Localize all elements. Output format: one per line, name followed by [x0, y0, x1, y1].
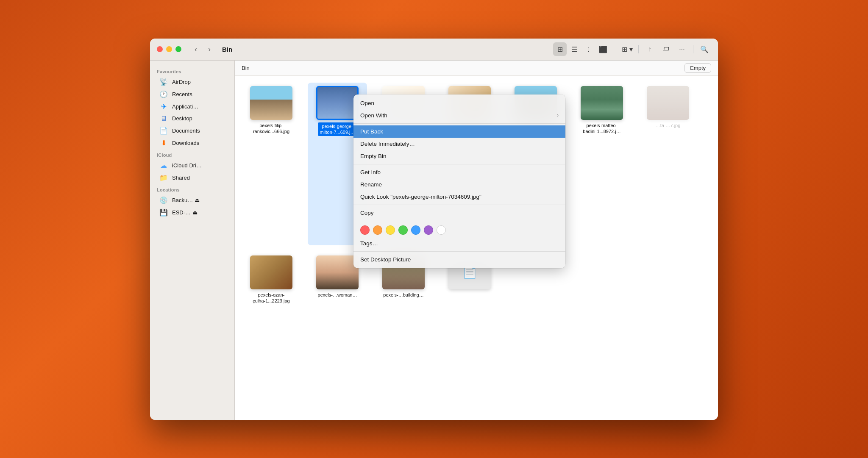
close-button[interactable]	[157, 46, 163, 52]
ctx-put-back[interactable]: Put Back	[353, 125, 565, 138]
file-item-9[interactable]: pexels-…woman…	[308, 252, 367, 413]
ctx-open[interactable]: Open	[353, 97, 565, 109]
ctx-delete[interactable]: Delete Immediately…	[353, 138, 565, 150]
search-button[interactable]: 🔍	[698, 42, 711, 56]
ctx-empty-bin-label: Empty Bin	[360, 153, 387, 159]
shared-icon: 📁	[159, 174, 168, 182]
file-thumb-2	[316, 86, 359, 120]
ctx-quick-look[interactable]: Quick Look "pexels-george-milton-7034609…	[353, 191, 565, 203]
ctx-empty-bin[interactable]: Empty Bin	[353, 150, 565, 162]
ctx-separator-1	[353, 123, 565, 124]
sidebar-item-airdrop[interactable]: 📡 AirDrop	[153, 76, 232, 88]
sidebar-item-label-documents: Documents	[172, 128, 200, 134]
file-label-8: pexels-ozan-çulha-1...2223.jpg	[253, 292, 289, 304]
ctx-copy[interactable]: Copy	[353, 207, 565, 219]
file-item-10[interactable]: pexels-…building…	[374, 252, 433, 413]
nav-buttons: ‹ ›	[190, 43, 215, 55]
file-item-6[interactable]: pexels-matteo-badini-1...8972.j…	[572, 83, 632, 245]
color-dot-none[interactable]	[437, 225, 446, 235]
tag-button[interactable]: 🏷	[659, 42, 673, 56]
toolbar-separator-1	[616, 45, 616, 53]
file-label-7: …ta-…7.jpg	[656, 122, 681, 128]
ctx-separator-2	[353, 164, 565, 164]
color-dot-purple[interactable]	[424, 225, 433, 235]
sidebar-section-favourites: Favourites	[150, 66, 234, 76]
sidebar-item-applications[interactable]: ✈ Applicati…	[153, 100, 232, 113]
file-label-6: pexels-matteo-badini-1...8972.j…	[583, 122, 620, 135]
sidebar-item-desktop[interactable]: 🖥 Desktop	[153, 113, 232, 125]
file-label-1: pexels-filip-rankovic...666.jpg	[253, 122, 289, 135]
ctx-quick-look-label: Quick Look "pexels-george-milton-7034609…	[360, 194, 481, 200]
sidebar: Favourites 📡 AirDrop 🕐 Recents ✈ Applica…	[150, 61, 235, 420]
color-dot-red[interactable]	[360, 225, 370, 235]
recents-icon: 🕐	[159, 90, 168, 98]
sidebar-item-documents[interactable]: 📄 Documents	[153, 125, 232, 137]
ctx-get-info-label: Get Info	[360, 169, 381, 175]
color-dot-yellow[interactable]	[386, 225, 395, 235]
forward-button[interactable]: ›	[203, 43, 215, 55]
ctx-set-desktop[interactable]: Set Desktop Picture	[353, 253, 565, 266]
ctx-put-back-label: Put Back	[360, 128, 383, 135]
ctx-open-with-label: Open With	[360, 112, 387, 119]
sidebar-item-esd[interactable]: 💾 ESD-… ⏏	[153, 206, 232, 219]
minimize-button[interactable]	[166, 46, 172, 52]
more-button[interactable]: ···	[675, 42, 689, 56]
esd-icon: 💾	[159, 208, 168, 217]
ctx-separator-4	[353, 221, 565, 221]
toolbar-right: ⊞ ☰ ⫿ ⬛ ⊞ ▾ ↑ 🏷 ··· 🔍	[553, 42, 711, 56]
sidebar-item-label-recents: Recents	[172, 91, 192, 97]
ctx-set-desktop-label: Set Desktop Picture	[360, 256, 411, 263]
ctx-separator-5	[353, 251, 565, 252]
ctx-open-label: Open	[360, 100, 374, 106]
color-dot-green[interactable]	[398, 225, 408, 235]
file-label-2: pexels-george-milton-7...609.j…	[318, 122, 356, 136]
file-thumb-7	[647, 86, 689, 120]
fullscreen-button[interactable]	[175, 46, 181, 52]
share-button[interactable]: ↑	[643, 42, 657, 56]
finder-window: ‹ › Bin ⊞ ☰ ⫿ ⬛ ⊞ ▾ ↑ 🏷 ··· 🔍 Favourites	[150, 39, 718, 420]
ctx-rename[interactable]: Rename	[353, 178, 565, 191]
sidebar-item-downloads[interactable]: ⬇ Downloads	[153, 137, 232, 149]
sidebar-item-label-downloads: Downloads	[172, 140, 199, 146]
sidebar-item-icloud-drive[interactable]: ☁ iCloud Dri…	[153, 159, 232, 172]
file-thumb-1	[250, 86, 292, 120]
file-item-7[interactable]: …ta-…7.jpg	[638, 83, 698, 245]
ctx-open-with[interactable]: Open With ›	[353, 109, 565, 122]
group-button[interactable]: ⊞ ▾	[620, 42, 634, 56]
view-grid-button[interactable]: ⊞	[553, 42, 567, 56]
sidebar-item-label-icloud: iCloud Dri…	[172, 162, 202, 169]
color-dot-blue[interactable]	[411, 225, 420, 235]
icloud-icon: ☁	[159, 161, 168, 169]
color-dot-orange[interactable]	[373, 225, 382, 235]
ctx-color-dots	[353, 223, 565, 237]
sidebar-section-locations: Locations	[150, 184, 234, 194]
sidebar-item-backup[interactable]: 💿 Backu… ⏏	[153, 194, 232, 206]
file-item-11[interactable]: 📄	[440, 252, 499, 413]
sidebar-item-shared[interactable]: 📁 Shared	[153, 172, 232, 184]
file-item-8[interactable]: pexels-ozan-çulha-1...2223.jpg	[242, 252, 301, 413]
file-thumb-9	[316, 255, 359, 289]
view-list-button[interactable]: ☰	[568, 42, 581, 56]
empty-button[interactable]: Empty	[684, 63, 711, 73]
breadcrumb-text: Bin	[242, 65, 250, 71]
ctx-delete-label: Delete Immediately…	[360, 141, 415, 147]
window-title: Bin	[222, 46, 232, 53]
file-thumb-6	[581, 86, 623, 120]
sidebar-item-recents[interactable]: 🕐 Recents	[153, 88, 232, 100]
file-area: Bin Empty pexels-filip-rankovic...666.jp…	[235, 61, 718, 420]
sidebar-item-label-esd: ESD-… ⏏	[172, 209, 198, 216]
sidebar-section-icloud: iCloud	[150, 149, 234, 159]
sidebar-item-label-airdrop: AirDrop	[172, 79, 191, 85]
sidebar-item-label-shared: Shared	[172, 175, 190, 181]
toolbar-separator-3	[693, 45, 693, 53]
view-columns-button[interactable]: ⫿	[582, 42, 595, 56]
ctx-copy-label: Copy	[360, 210, 374, 216]
file-item-1[interactable]: pexels-filip-rankovic...666.jpg	[242, 83, 301, 245]
airdrop-icon: 📡	[159, 78, 168, 86]
view-gallery-button[interactable]: ⬛	[596, 42, 610, 56]
back-button[interactable]: ‹	[190, 43, 202, 55]
ctx-tags[interactable]: Tags…	[353, 237, 565, 250]
file-thumb-8	[250, 255, 292, 289]
applications-icon: ✈	[159, 103, 168, 111]
ctx-get-info[interactable]: Get Info	[353, 166, 565, 178]
